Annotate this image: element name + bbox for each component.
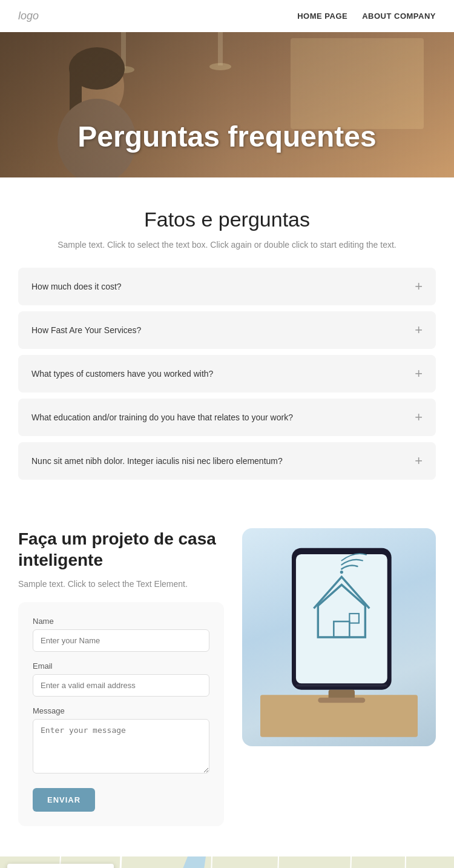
faq-plus-icon-3: +: [415, 366, 423, 382]
faq-question-1: How much does it cost?: [31, 282, 122, 291]
email-label: Email: [33, 661, 209, 671]
tablet-illustration: [242, 528, 436, 746]
nav-links: HOME PAGE ABOUT COMPANY: [297, 12, 436, 21]
faq-item-1[interactable]: How much does it cost? +: [18, 268, 436, 305]
faq-section: Fatos e perguntas Sample text. Click to …: [0, 177, 454, 498]
contact-form: Name Email Message ENVIAR: [18, 602, 224, 826]
faq-question-5: Nunc sit amet nibh dolor. Integer iaculi…: [31, 456, 283, 466]
message-label: Message: [33, 706, 209, 715]
faq-item-3[interactable]: What types of customers have you worked …: [18, 355, 436, 393]
faq-plus-icon-2: +: [415, 322, 423, 338]
faq-plus-icon-4: +: [415, 409, 423, 425]
navigation: logo HOME PAGE ABOUT COMPANY: [0, 0, 454, 32]
smart-left-panel: Faça um projeto de casa inteligente Samp…: [18, 528, 224, 826]
hero-overlay: [0, 32, 454, 177]
map-section: MANHATTAN QUEENS BROOKLYN Newark New Yor…: [0, 856, 454, 868]
svg-rect-19: [318, 698, 365, 703]
message-group: Message: [33, 706, 209, 776]
email-group: Email: [33, 661, 209, 697]
name-group: Name: [33, 617, 209, 652]
smart-heading: Faça um projeto de casa inteligente: [18, 528, 224, 571]
faq-question-2: How Fast Are Your Services?: [31, 325, 141, 335]
map-popup: Manhattan New York, NY, USA View larger …: [7, 864, 114, 868]
hero-banner: Perguntas frequentes: [0, 32, 454, 177]
smart-home-section: Faça um projeto de casa inteligente Samp…: [0, 498, 454, 856]
faq-item-2[interactable]: How Fast Are Your Services? +: [18, 311, 436, 349]
tablet-svg: [260, 534, 418, 740]
faq-item-4[interactable]: What education and/or training do you ha…: [18, 399, 436, 436]
faq-question-4: What education and/or training do you ha…: [31, 412, 293, 422]
faq-item-5[interactable]: Nunc sit amet nibh dolor. Integer iaculi…: [18, 442, 436, 480]
message-textarea[interactable]: [33, 719, 209, 774]
smart-description: Sample text. Click to select the Text El…: [18, 579, 224, 589]
logo: logo: [18, 10, 39, 22]
email-input[interactable]: [33, 674, 209, 697]
faq-plus-icon-5: +: [415, 453, 423, 469]
smart-right-panel: [242, 528, 436, 746]
name-input[interactable]: [33, 629, 209, 652]
faq-question-3: What types of customers have you worked …: [31, 369, 213, 379]
faq-plus-icon-1: +: [415, 279, 423, 294]
faq-heading: Fatos e perguntas: [18, 208, 436, 231]
submit-button[interactable]: ENVIAR: [33, 788, 95, 812]
faq-list: How much does it cost? + How Fast Are Yo…: [18, 268, 436, 480]
nav-home[interactable]: HOME PAGE: [297, 12, 347, 21]
faq-subtitle: Sample text. Click to select the text bo…: [18, 240, 436, 250]
svg-point-15: [340, 571, 343, 574]
name-label: Name: [33, 617, 209, 626]
nav-about[interactable]: ABOUT COMPANY: [362, 12, 436, 21]
hero-title: Perguntas frequentes: [0, 120, 454, 153]
svg-rect-17: [296, 684, 387, 686]
